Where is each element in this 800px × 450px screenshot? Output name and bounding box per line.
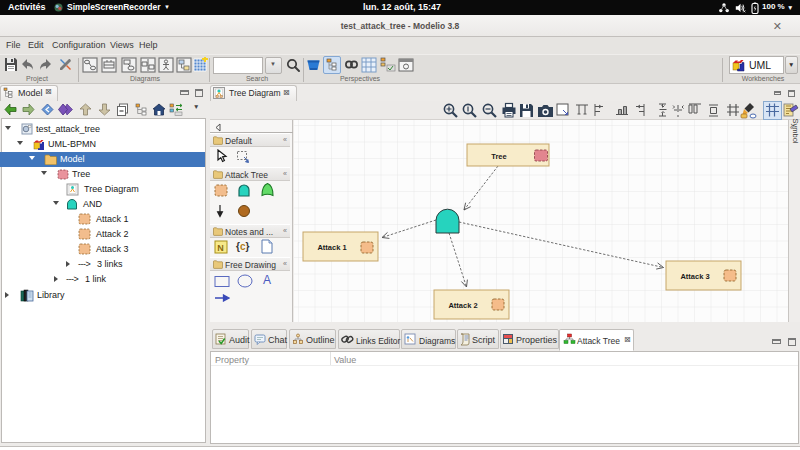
svg-text:N: N xyxy=(217,243,224,253)
svg-text:Tree: Tree xyxy=(491,152,506,161)
svg-text:Attack 3: Attack 3 xyxy=(680,272,709,281)
svg-text:Attack 2: Attack 2 xyxy=(448,301,477,310)
svg-text:Attack 1: Attack 1 xyxy=(317,243,346,252)
